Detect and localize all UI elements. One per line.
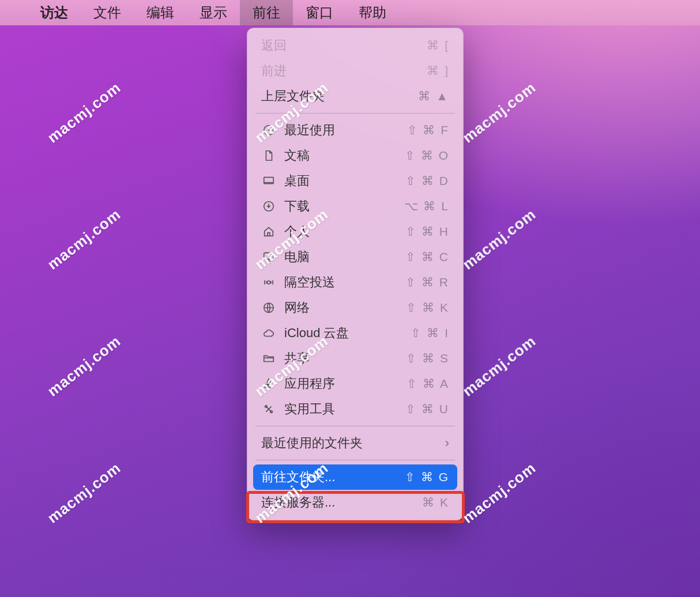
shortcut: ⇧ ⌘ D: [394, 174, 449, 188]
menu-item-connect-server[interactable]: 连接服务器... ⌘ K: [247, 490, 463, 515]
menu-item-home[interactable]: 个人 ⇧ ⌘ H: [247, 219, 463, 244]
menubar-item-window[interactable]: 窗口: [293, 0, 346, 25]
menu-item-documents[interactable]: 文稿 ⇧ ⌘ O: [247, 143, 463, 168]
menu-item-utilities[interactable]: 实用工具 ⇧ ⌘ U: [247, 396, 463, 422]
menu-item-applications[interactable]: 应用程序 ⇧ ⌘ A: [247, 371, 463, 396]
shortcut: ⇧ ⌘ S: [394, 352, 449, 365]
label: 个人: [284, 223, 394, 240]
shortcut: ⇧ ⌘ A: [394, 377, 449, 391]
menu-item-forward: 前进 ⌘ ]: [247, 58, 463, 84]
label: 前往文件夹...: [261, 468, 394, 486]
menu-item-recents[interactable]: 最近使用 ⇧ ⌘ F: [247, 118, 463, 143]
separator: [255, 113, 455, 114]
shortcut: ⇧ ⌘ G: [394, 470, 449, 484]
label: 实用工具: [284, 400, 394, 418]
menu-item-shared[interactable]: 共享 ⇧ ⌘ S: [247, 346, 463, 371]
label: 文稿: [284, 147, 394, 164]
svg-point-7: [270, 411, 273, 413]
menubar-item-edit[interactable]: 编辑: [134, 0, 187, 25]
shortcut: ⇧ ⌘ I: [394, 326, 449, 340]
label: 返回: [261, 37, 394, 54]
watermark: macmj.com: [44, 205, 125, 273]
menu-item-icloud[interactable]: iCloud 云盘 ⇧ ⌘ I: [247, 320, 463, 346]
shortcut: ⌥ ⌘ L: [394, 199, 449, 213]
watermark: macmj.com: [44, 78, 125, 146]
label: 最近使用: [284, 122, 394, 139]
shortcut: ⇧ ⌘ U: [394, 402, 449, 416]
shortcut: ⇧ ⌘ C: [394, 250, 449, 264]
label: 最近使用的文件夹: [261, 434, 445, 452]
menu-item-recent-folders[interactable]: 最近使用的文件夹 ›: [247, 430, 463, 456]
shortcut: ⌘ ]: [394, 64, 449, 78]
label: 网络: [284, 299, 394, 316]
desktop-icon: [261, 173, 276, 188]
apps-icon: [261, 376, 276, 391]
label: 下载: [284, 198, 394, 215]
label: 电脑: [284, 248, 394, 266]
shortcut: ⌘ [: [394, 39, 449, 52]
watermark: macmj.com: [44, 332, 125, 400]
clock-icon: [261, 123, 276, 138]
label: 前进: [261, 62, 394, 80]
separator: [255, 426, 455, 426]
download-icon: [261, 199, 276, 214]
menu-item-computer[interactable]: 电脑 ⇧ ⌘ C: [247, 244, 463, 270]
menubar-item-view[interactable]: 显示: [187, 0, 240, 25]
watermark: macmj.com: [460, 78, 540, 146]
shortcut: ⇧ ⌘ R: [394, 275, 449, 289]
menu-item-airdrop[interactable]: 隔空投送 ⇧ ⌘ R: [247, 270, 463, 295]
menu-item-go-to-folder[interactable]: 前往文件夹... ⇧ ⌘ G: [253, 464, 457, 490]
menu-item-enclosing-folder[interactable]: 上层文件夹 ⌘ ▲: [247, 84, 463, 109]
globe-icon: [261, 300, 276, 315]
shortcut: ⌘ ▲: [394, 89, 449, 103]
label: 桌面: [284, 172, 394, 190]
cloud-icon: [261, 326, 276, 341]
menu-item-network[interactable]: 网络 ⇧ ⌘ K: [247, 295, 463, 320]
chevron-right-icon: ›: [445, 436, 449, 451]
utilities-icon: [261, 402, 276, 417]
label: 上层文件夹: [261, 88, 394, 105]
menubar-item-help[interactable]: 帮助: [346, 0, 399, 25]
menu-item-desktop[interactable]: 桌面 ⇧ ⌘ D: [247, 168, 463, 194]
menu-item-back: 返回 ⌘ [: [247, 33, 463, 58]
shortcut: ⇧ ⌘ K: [394, 301, 449, 315]
shortcut: ⇧ ⌘ F: [394, 123, 449, 137]
label: 隔空投送: [284, 274, 394, 291]
document-icon: [261, 148, 276, 163]
watermark: macmj.com: [460, 205, 540, 273]
separator: [255, 460, 455, 460]
display-icon: [261, 250, 276, 265]
watermark: macmj.com: [460, 332, 540, 400]
home-icon: [261, 224, 276, 239]
menubar: 访达 文件 编辑 显示 前往 窗口 帮助: [0, 0, 700, 25]
shortcut: ⌘ K: [394, 496, 449, 509]
svg-point-6: [265, 406, 268, 408]
airdrop-icon: [261, 275, 276, 290]
shortcut: ⇧ ⌘ H: [394, 225, 449, 239]
menu-item-downloads[interactable]: 下载 ⌥ ⌘ L: [247, 194, 463, 219]
label: iCloud 云盘: [284, 324, 394, 342]
label: 连接服务器...: [261, 494, 394, 511]
watermark: macmj.com: [44, 459, 125, 527]
menubar-item-go[interactable]: 前往: [240, 0, 293, 25]
menubar-item-file[interactable]: 文件: [81, 0, 134, 25]
label: 共享: [284, 350, 394, 367]
label: 应用程序: [284, 375, 394, 392]
svg-rect-3: [264, 253, 274, 259]
menubar-app-name[interactable]: 访达: [28, 0, 81, 25]
go-menu-dropdown: 返回 ⌘ [ 前进 ⌘ ] 上层文件夹 ⌘ ▲ 最近使用 ⇧ ⌘ F 文稿 ⇧ …: [247, 28, 464, 520]
shortcut: ⇧ ⌘ O: [394, 149, 449, 163]
svg-point-4: [267, 281, 270, 284]
watermark: macmj.com: [460, 459, 540, 527]
folder-icon: [261, 351, 276, 366]
